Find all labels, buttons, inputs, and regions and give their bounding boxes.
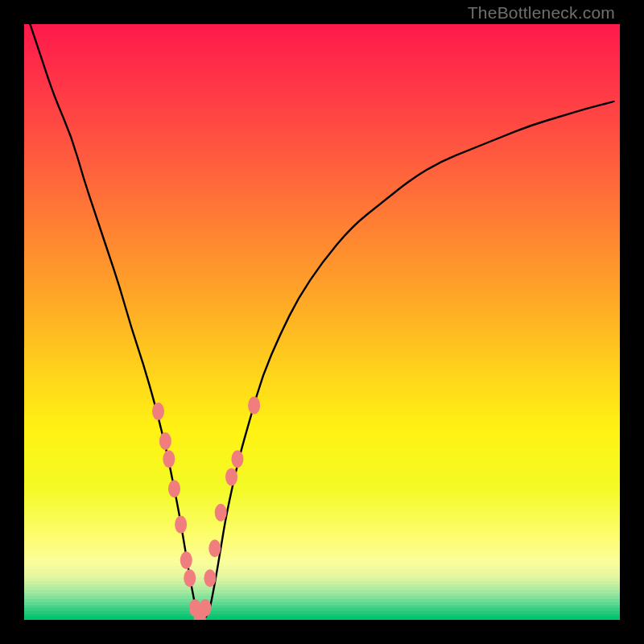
data-point [204, 569, 216, 587]
data-point [199, 599, 211, 617]
data-point [159, 432, 171, 450]
data-point [168, 480, 180, 497]
data-point [208, 539, 221, 557]
curve-layer [24, 24, 620, 620]
data-point [248, 397, 260, 415]
data-point [180, 551, 192, 569]
data-point [175, 516, 187, 534]
data-point [184, 569, 196, 587]
data-point [225, 468, 237, 485]
data-point [163, 450, 175, 468]
watermark-text: TheBottleneck.com [468, 3, 615, 23]
data-point [231, 450, 243, 468]
chart-container: TheBottleneck.com [0, 0, 644, 644]
data-point [152, 402, 164, 420]
bottleneck-curve [30, 24, 613, 618]
data-point [215, 504, 227, 522]
plot-area [24, 24, 620, 620]
